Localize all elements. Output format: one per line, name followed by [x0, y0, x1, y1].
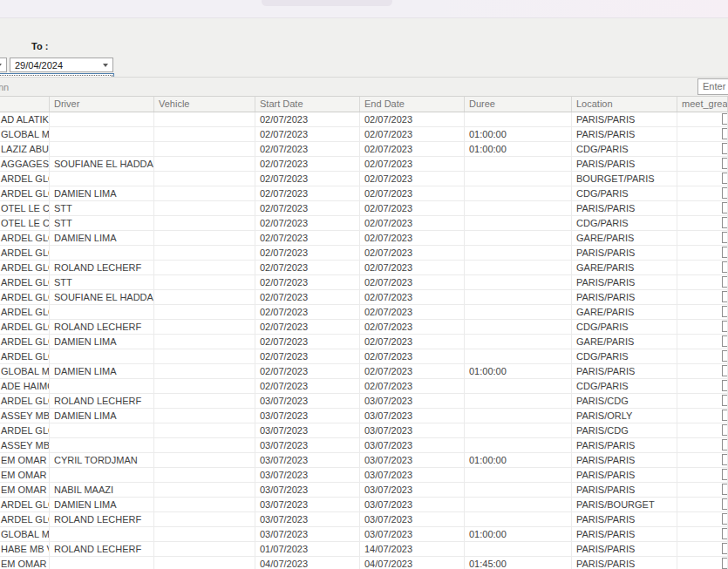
cell-location: GARE/PARIS [572, 231, 677, 245]
meet-great-checkbox[interactable] [722, 350, 728, 362]
table-row[interactable]: ARDEL GLOB...DAMIEN LIMA03/07/202303/07/… [0, 498, 728, 512]
meet-great-checkbox[interactable] [722, 128, 728, 139]
table-row[interactable]: ARDEL GLOB...SOUFIANE EL HADDAOUI02/07/2… [0, 290, 728, 305]
table-row[interactable]: GLOBAL MB ...03/07/202303/07/202301:00:0… [0, 527, 728, 542]
search-input[interactable]: Enter [697, 78, 728, 95]
column-header-name[interactable] [0, 97, 50, 112]
table-row[interactable]: ARDEL GLOB...DAMIEN LIMA02/07/202302/07/… [0, 231, 728, 246]
meet-great-checkbox[interactable] [722, 513, 728, 525]
table-row[interactable]: ARDEL GLOB...02/07/202302/07/2023PARIS/P… [0, 246, 728, 261]
table-row[interactable]: ARDEL GLOB...ROLAND LECHERF02/07/202302/… [0, 320, 728, 335]
meet-great-checkbox[interactable] [722, 469, 728, 480]
cell-end: 02/07/2023 [360, 157, 465, 171]
cell-duree: 01:00:00 [465, 453, 572, 467]
column-header-meet_great[interactable]: meet_great [677, 97, 728, 112]
from-date-combobox[interactable] [0, 58, 7, 72]
table-row[interactable]: ASSEY MB V ...03/07/202303/07/2023PARIS/… [0, 438, 728, 453]
table-row[interactable]: EM OMAR M...04/07/202304/07/202301:45:00… [0, 557, 728, 569]
table-row[interactable]: AD ALATIKII...02/07/202302/07/2023PARIS/… [0, 112, 728, 127]
table-row[interactable]: OTEL LE CIN...STT02/07/202302/07/2023PAR… [0, 201, 728, 216]
table-row[interactable]: GLOBAL MB ...02/07/202302/07/202301:00:0… [0, 127, 728, 142]
column-header-vehicle[interactable]: Vehicle [154, 97, 255, 112]
table-row[interactable]: ARDEL GLOB...02/07/202302/07/2023BOURGET… [0, 172, 728, 186]
meet-great-checkbox[interactable] [722, 335, 728, 347]
cell-start: 02/07/2023 [255, 186, 360, 200]
meet-great-checkbox[interactable] [722, 232, 728, 243]
cell-name: ADE HAIMOU... [0, 379, 50, 393]
cell-driver [50, 127, 154, 141]
table-row[interactable]: ARDEL GLOB...02/07/202302/07/2023CDG/PAR… [0, 349, 728, 364]
meet-great-checkbox[interactable] [722, 558, 728, 569]
meet-great-checkbox[interactable] [722, 395, 728, 406]
cell-end: 02/07/2023 [360, 172, 465, 186]
table-row[interactable]: LAZIZ ABUQ...02/07/202302/07/202301:00:0… [0, 142, 728, 157]
meet-great-checkbox[interactable] [722, 484, 728, 495]
cell-start: 03/07/2023 [255, 453, 360, 467]
cell-name: ARDEL GLOB... [0, 335, 50, 349]
table-row[interactable]: EM OMAR M...NABIL MAAZI03/07/202303/07/2… [0, 483, 728, 498]
meet-great-checkbox[interactable] [722, 202, 728, 213]
meet-great-checkbox[interactable] [722, 424, 728, 436]
table-row[interactable]: GLOBAL MB ...DAMIEN LIMA02/07/202302/07/… [0, 364, 728, 379]
meet-great-checkbox[interactable] [722, 217, 728, 228]
column-header-end[interactable]: End Date [360, 97, 465, 112]
column-header-start[interactable]: Start Date [255, 97, 360, 112]
table-row[interactable]: ADE HAIMOU...02/07/202302/07/2023CDG/PAR… [0, 379, 728, 394]
meet-great-checkbox[interactable] [722, 380, 728, 391]
meet-great-checkbox[interactable] [722, 143, 728, 154]
table-row[interactable]: ARDEL GLOB...ROLAND LECHERF03/07/202303/… [0, 512, 728, 527]
meet-great-checkbox[interactable] [722, 291, 728, 302]
meet-great-checkbox[interactable] [722, 321, 728, 332]
table-row[interactable]: ARDEL GLOB...02/07/202302/07/2023GARE/PA… [0, 305, 728, 320]
cell-end: 02/07/2023 [360, 112, 465, 126]
chevron-down-icon[interactable] [0, 64, 2, 67]
cell-meet_great [677, 320, 728, 334]
meet-great-checkbox[interactable] [722, 306, 728, 317]
cell-location: CDG/PARIS [572, 320, 677, 334]
table-row[interactable]: EM OMAR M...CYRIL TORDJMAN03/07/202303/0… [0, 453, 728, 468]
meet-great-checkbox[interactable] [722, 439, 728, 450]
table-row[interactable]: EM OMAR M...03/07/202303/07/2023PARIS/PA… [0, 468, 728, 483]
table-row[interactable]: ARDEL GLOB...DAMIEN LIMA02/07/202302/07/… [0, 335, 728, 349]
grid-header-row: DriverVehicleStart DateEnd DateDureeLoca… [0, 96, 728, 112]
meet-great-checkbox[interactable] [722, 365, 728, 376]
meet-great-checkbox[interactable] [722, 498, 728, 510]
to-date-combobox[interactable]: 29/04/2024 [10, 58, 113, 72]
chevron-down-icon[interactable] [103, 64, 108, 67]
table-row[interactable]: ARDEL GLOB...ROLAND LECHERF03/07/202303/… [0, 394, 728, 409]
meet-great-checkbox[interactable] [722, 187, 728, 199]
column-header-driver[interactable]: Driver [50, 97, 154, 112]
table-row[interactable]: ARDEL GLOB...ROLAND LECHERF02/07/202302/… [0, 261, 728, 275]
cell-vehicle [154, 483, 255, 497]
meet-great-checkbox[interactable] [722, 247, 728, 258]
cell-duree [465, 290, 572, 304]
meet-great-checkbox[interactable] [722, 410, 728, 421]
cell-duree [465, 349, 572, 363]
meet-great-checkbox[interactable] [722, 528, 728, 539]
table-row[interactable]: HABE MB V C...ROLAND LECHERF01/07/202314… [0, 542, 728, 557]
cell-driver [50, 142, 154, 156]
column-header-location[interactable]: Location [572, 97, 677, 112]
meet-great-checkbox[interactable] [722, 173, 728, 184]
table-row[interactable]: ARDEL GLOB...DAMIEN LIMA02/07/202302/07/… [0, 186, 728, 201]
cell-driver: NABIL MAAZI [50, 483, 154, 497]
table-row[interactable]: OTEL LE CIN...STT02/07/202302/07/2023CDG… [0, 216, 728, 231]
cell-vehicle [154, 364, 255, 378]
table-row[interactable]: ARDEL GLOB...03/07/202303/07/2023PARIS/C… [0, 423, 728, 438]
meet-great-checkbox[interactable] [722, 158, 728, 169]
table-row[interactable]: AGGAGES PR...SOUFIANE EL HADDAOUI02/07/2… [0, 157, 728, 172]
column-header-duree[interactable]: Duree [465, 97, 572, 112]
cell-meet_great [677, 290, 728, 304]
table-row[interactable]: ASSEY MB S...DAMIEN LIMA03/07/202303/07/… [0, 409, 728, 423]
cell-meet_great [677, 261, 728, 274]
meet-great-checkbox[interactable] [722, 261, 728, 273]
meet-great-checkbox[interactable] [722, 454, 728, 465]
cell-duree [465, 112, 572, 126]
cell-driver: STT [50, 275, 154, 289]
table-row[interactable]: ARDEL GLOB...STT02/07/202302/07/2023PARI… [0, 275, 728, 290]
cell-meet_great [677, 394, 728, 408]
meet-great-checkbox[interactable] [722, 543, 728, 554]
meet-great-checkbox[interactable] [722, 113, 728, 125]
meet-great-checkbox[interactable] [722, 276, 728, 288]
cell-driver: ROLAND LECHERF [50, 261, 154, 274]
